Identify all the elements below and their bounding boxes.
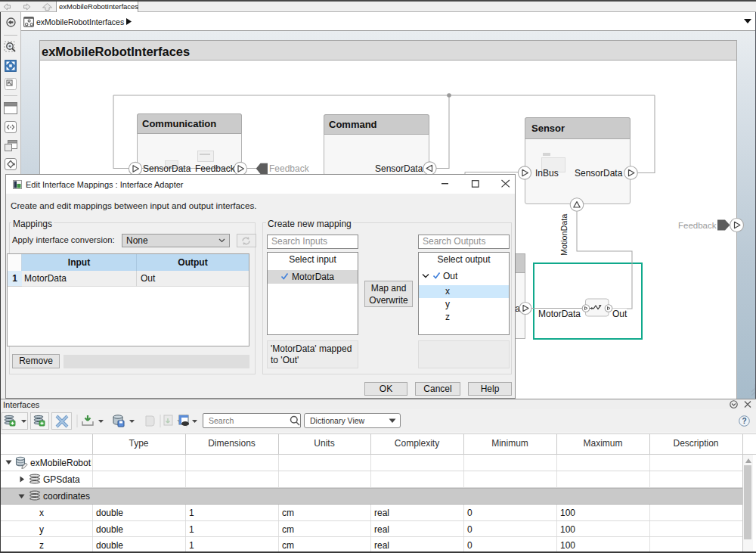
svg-text:?: ? bbox=[742, 417, 746, 425]
